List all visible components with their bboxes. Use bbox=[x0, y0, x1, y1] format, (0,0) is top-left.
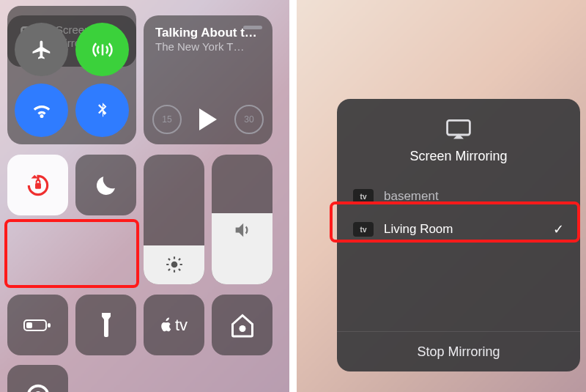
airplane-mode-button[interactable] bbox=[15, 23, 68, 76]
bluetooth-button[interactable] bbox=[75, 84, 129, 137]
appletv-button[interactable]: tv bbox=[144, 295, 204, 355]
flashlight-button[interactable] bbox=[75, 295, 136, 355]
connectivity-card bbox=[7, 15, 136, 144]
svg-rect-4 bbox=[48, 323, 51, 328]
play-button[interactable] bbox=[199, 108, 217, 130]
check-icon: ✓ bbox=[553, 221, 564, 237]
airplane-icon bbox=[31, 39, 53, 61]
flashlight-icon bbox=[99, 311, 114, 339]
brightness-icon bbox=[144, 255, 204, 274]
media-handle-icon bbox=[243, 26, 262, 29]
svg-rect-9 bbox=[448, 120, 470, 135]
volume-icon bbox=[212, 220, 272, 240]
popup-title: Screen Mirroring bbox=[337, 149, 580, 164]
skip-back-button[interactable]: 15 bbox=[152, 105, 182, 134]
home-icon bbox=[229, 312, 256, 339]
device-name: basement bbox=[384, 189, 564, 204]
device-name: Living Room bbox=[384, 222, 543, 237]
screen-record-button[interactable] bbox=[7, 365, 68, 392]
home-button[interactable] bbox=[212, 295, 272, 355]
highlight-box bbox=[4, 219, 139, 288]
battery-icon bbox=[23, 318, 53, 333]
bluetooth-icon bbox=[93, 100, 112, 122]
screen-mirroring-panel: Screen Mirroring tv basement tv Living R… bbox=[337, 99, 580, 371]
wifi-button[interactable] bbox=[15, 84, 68, 137]
media-card[interactable]: Talking About t… The New York T… 15 30 bbox=[144, 15, 272, 144]
low-power-button[interactable] bbox=[7, 295, 68, 355]
device-row-basement[interactable]: tv basement bbox=[337, 180, 580, 212]
media-subtitle: The New York T… bbox=[155, 40, 261, 53]
appletv-device-icon: tv bbox=[353, 222, 374, 237]
popup-header: Screen Mirroring bbox=[337, 99, 580, 180]
volume-slider[interactable] bbox=[212, 155, 272, 284]
do-not-disturb-button[interactable] bbox=[75, 155, 136, 215]
cellular-data-button[interactable] bbox=[75, 23, 129, 76]
rotation-lock-icon bbox=[24, 171, 52, 199]
stop-mirroring-button[interactable]: Stop Mirroring bbox=[337, 331, 580, 371]
appletv-device-icon: tv bbox=[353, 189, 374, 204]
svg-point-6 bbox=[239, 325, 245, 332]
rotation-lock-button[interactable] bbox=[7, 155, 68, 215]
screen-mirroring-popup-pane: Screen Mirroring tv basement tv Living R… bbox=[297, 0, 586, 392]
moon-icon bbox=[93, 172, 119, 199]
control-center-pane: Talking About t… The New York T… 15 30 bbox=[0, 0, 289, 392]
wifi-icon bbox=[31, 100, 53, 122]
svg-point-2 bbox=[171, 262, 177, 268]
svg-rect-0 bbox=[35, 182, 41, 188]
device-row-living-room[interactable]: tv Living Room ✓ bbox=[337, 212, 580, 246]
svg-rect-5 bbox=[26, 322, 32, 328]
appletv-icon: tv bbox=[160, 316, 188, 335]
record-icon bbox=[25, 382, 51, 393]
cellular-icon bbox=[92, 39, 114, 61]
tile-row: tv bbox=[7, 295, 272, 355]
skip-forward-button[interactable]: 30 bbox=[234, 105, 264, 134]
brightness-slider[interactable] bbox=[144, 155, 204, 284]
screen-mirroring-icon bbox=[337, 119, 580, 140]
